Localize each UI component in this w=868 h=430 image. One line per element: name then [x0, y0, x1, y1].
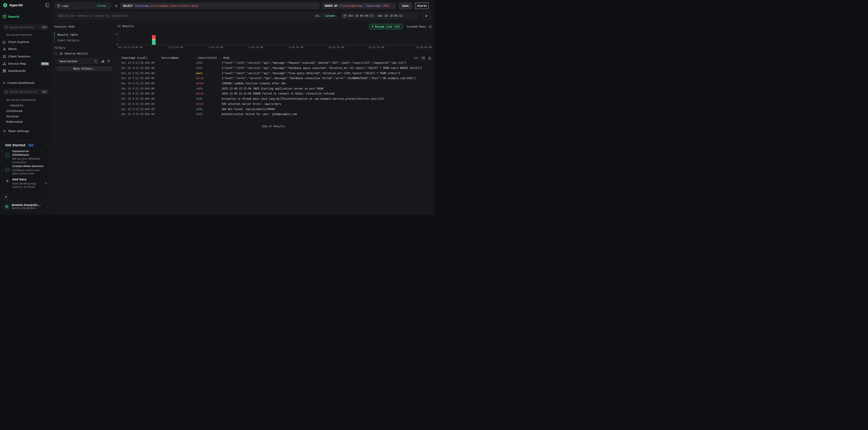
- shortcut-badge: ⌘K: [41, 26, 48, 29]
- expand-chevron-icon[interactable]: ›: [55, 60, 57, 62]
- sidebar-item-service-map[interactable]: Service Map BETA: [3, 62, 49, 65]
- run-query-button[interactable]: [423, 12, 430, 20]
- table-row[interactable]: ›Dec 10 9:51:30.000 AMerror[ERROR] Lambd…: [115, 81, 432, 86]
- language-toggle-lucene[interactable]: Lucene: [325, 14, 335, 18]
- order-by-input[interactable]: ORDER BY (TimestampTime, Timestamp) DESC: [322, 2, 396, 9]
- sidebar-item-dashboards[interactable]: Dashboards ⌃: [3, 69, 49, 73]
- cell-body: [ERROR] Lambda function timeout after 30…: [218, 82, 432, 85]
- denoise-results-toggle[interactable]: Denoise Results: [54, 52, 88, 55]
- events-histogram[interactable]: [118, 34, 432, 45]
- sidebar-search-label: Search: [8, 15, 19, 18]
- table-row[interactable]: ›Dec 10 9:51:30.000 AMinfoException in t…: [115, 96, 432, 101]
- download-icon[interactable]: [428, 56, 431, 60]
- row-expand-chevron-icon[interactable]: ›: [115, 67, 120, 70]
- beta-badge: BETA: [41, 62, 49, 65]
- row-expand-chevron-icon[interactable]: ›: [115, 108, 120, 110]
- select-query-input[interactable]: SELECT Timestamp,ServiceName,SeverityTex…: [120, 2, 319, 9]
- table-row[interactable]: ›Dec 10 9:51:30.000 AMinfo404 Not Found:…: [115, 106, 432, 112]
- check-circle-icon: ✓: [5, 168, 9, 172]
- cell-body: Authentication failed for user: john@exa…: [218, 112, 432, 116]
- row-expand-chevron-icon[interactable]: ›: [115, 92, 120, 95]
- denoise-checkbox[interactable]: [54, 52, 57, 55]
- get-started-step-add-data[interactable]: 3 Add Data Start sending logs, metrics, …: [5, 178, 47, 189]
- user-menu[interactable]: D dominic.tran@clic... dominic.tran@clic…: [2, 202, 50, 211]
- drag-handle-icon[interactable]: ⋮⋮: [218, 57, 222, 59]
- pin-icon[interactable]: [107, 60, 110, 63]
- get-started-step-connect[interactable]: ✓ Connect to ClickHouse Set up your data…: [5, 150, 47, 164]
- sidebar-item-alerts[interactable]: Alerts: [3, 47, 49, 51]
- create-dashboard-button[interactable]: + Create Dashboard: [3, 81, 49, 85]
- row-expand-chevron-icon[interactable]: ›: [115, 102, 120, 105]
- chevron-up-icon[interactable]: ⌃: [45, 144, 47, 146]
- row-expand-chevron-icon[interactable]: ›: [115, 82, 120, 85]
- preset-clickhouse[interactable]: ClickHouse: [6, 109, 23, 112]
- drag-handle-icon[interactable]: ⋮⋮: [193, 57, 196, 59]
- table-row[interactable]: ›Dec 10 9:51:30.000 AMerror500 Internal …: [115, 101, 432, 107]
- tab-results-table[interactable]: Results Table: [54, 32, 111, 37]
- table-toolbar: </>: [414, 55, 431, 60]
- sidebar-item-team-settings[interactable]: Team Settings: [3, 129, 49, 133]
- table-row[interactable]: ›Dec 10 9:51:30.000 AMinfo{"level":"info…: [115, 60, 432, 66]
- plus-icon: +: [3, 81, 5, 85]
- results-area: 11 Results Resume Live Tail Scanned Rows…: [113, 22, 434, 215]
- alerts-button[interactable]: Alerts: [415, 2, 429, 9]
- row-expand-chevron-icon[interactable]: ›: [115, 87, 120, 90]
- brand-logo[interactable]: HyperDX: [3, 3, 23, 8]
- table-row[interactable]: ›Dec 10 9:51:30.000 AMinfo2025-12-09 22:…: [115, 86, 432, 91]
- preset-kubernetes[interactable]: Kubernetes: [6, 120, 23, 124]
- histogram-bar[interactable]: [152, 35, 156, 45]
- row-expand-chevron-icon[interactable]: ›: [115, 97, 120, 100]
- table-row[interactable]: ›Dec 10 9:51:30.000 AMerror2025-12-09 22…: [115, 91, 432, 96]
- code-view-icon[interactable]: </>: [414, 57, 418, 60]
- saved-searches-input[interactable]: Saved Searches ⌘K: [3, 24, 49, 30]
- row-expand-chevron-icon[interactable]: ›: [115, 62, 120, 64]
- column-timestamp[interactable]: Timestamp (Local): [120, 56, 156, 60]
- more-filters-button[interactable]: More filters ⌄: [57, 66, 112, 71]
- get-started-step-sources[interactable]: ✓ Create Data Sources Configure where yo…: [5, 165, 47, 176]
- wrap-lines-icon[interactable]: [421, 56, 425, 60]
- sidebar-item-chart-explorer[interactable]: Chart Explorer: [3, 40, 49, 44]
- tab-event-patterns[interactable]: Event Patterns: [54, 37, 111, 43]
- saved-dashboards-input[interactable]: Saved Dashboards ⌘K: [3, 89, 49, 95]
- step-title: Connect to ClickHouse: [12, 150, 39, 157]
- denoise-label: Denoise Results: [65, 52, 88, 55]
- play-icon: [425, 14, 428, 18]
- date-range-picker[interactable]: 1 Dec 10 09:50:13 - Dec 10 10:05:13: [341, 12, 420, 20]
- table-row[interactable]: ›Dec 10 9:51:30.000 AMwarn{"level":"warn…: [115, 70, 432, 76]
- sidebar-collapse-icon[interactable]: [45, 3, 49, 7]
- order-by-tokens: ORDER BY (TimestampTime, Timestamp) DESC: [324, 4, 390, 7]
- row-expand-chevron-icon[interactable]: ›: [115, 77, 120, 80]
- resume-live-tail-button[interactable]: Resume Live Tail: [369, 24, 402, 29]
- database-icon: [57, 4, 60, 7]
- table-row[interactable]: ›Dec 10 9:51:30.000 AMerror{"level":"err…: [115, 76, 432, 81]
- get-started-title: Get Started: [5, 143, 25, 147]
- language-toggle-sql[interactable]: SQL: [315, 14, 320, 18]
- table-row[interactable]: ›Dec 10 9:51:30.000 AMinfoAuthentication…: [115, 112, 432, 117]
- cell-severitytext: warn: [193, 72, 218, 75]
- sidebar-item-label: Chart Explorer: [8, 40, 29, 44]
- preset-services[interactable]: Services: [6, 114, 19, 118]
- row-expand-chevron-icon[interactable]: ›: [115, 113, 120, 116]
- help-button[interactable]: ?: [3, 194, 9, 200]
- select-query-tokens: SELECT Timestamp,ServiceName,SeverityTex…: [123, 4, 198, 7]
- denoise-icon: [60, 52, 63, 55]
- presets-section[interactable]: ⌄ PRESETS: [6, 104, 24, 107]
- chart-toggle-icon[interactable]: [101, 60, 104, 63]
- severitytext-filter-input[interactable]: SeverityText: [58, 59, 99, 64]
- get-started-header[interactable]: Get Started 2/3 ⌃: [5, 143, 47, 147]
- source-select[interactable]: Logs Schema ⌃⌄: [55, 2, 111, 9]
- drag-handle-icon[interactable]: ⋮⋮: [156, 57, 160, 59]
- column-severitytext[interactable]: ⋮⋮SeverityText: [193, 56, 218, 60]
- table-row[interactable]: ›Dec 10 9:51:30.000 AMinfo{"level":"info…: [115, 66, 432, 71]
- column-body[interactable]: ⋮⋮Body: [218, 56, 432, 60]
- column-servicename[interactable]: ⋮⋮ServiceName: [156, 56, 193, 60]
- chevron-up-icon[interactable]: ⌃: [47, 70, 49, 72]
- event-search-input[interactable]: Search your events w/ Lucene ex. column:…: [55, 12, 338, 20]
- row-expand-chevron-icon[interactable]: ›: [115, 72, 120, 75]
- sidebar-item-client-sessions[interactable]: Client Sessions: [3, 55, 49, 58]
- save-button[interactable]: Save: [399, 2, 412, 9]
- source-settings-gear-icon[interactable]: [115, 4, 118, 8]
- cell-timestamp: Dec 10 9:51:30.000 AM: [120, 81, 156, 86]
- chevron-up-icon[interactable]: ⌃: [47, 15, 49, 18]
- sidebar-item-search[interactable]: Search ⌃: [3, 15, 49, 18]
